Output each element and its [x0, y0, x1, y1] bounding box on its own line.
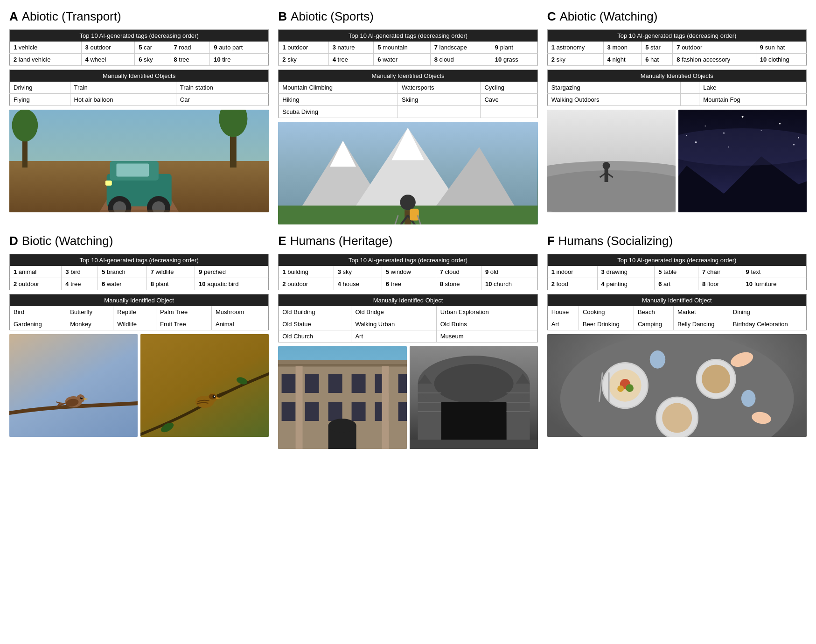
tag-number: 1	[282, 268, 286, 275]
tag-number: 2	[551, 56, 555, 63]
tag-number: 8	[677, 56, 680, 63]
tag-text: aquatic bird	[207, 280, 238, 287]
object-cell: Butterfly	[66, 306, 113, 318]
object-cell: Cycling	[481, 82, 537, 94]
tag-cell: 5 star	[642, 42, 673, 54]
svg-rect-89	[278, 364, 406, 366]
object-cell	[680, 94, 699, 106]
tag-text: car	[144, 44, 152, 51]
tag-cell: 7 landscape	[430, 42, 491, 54]
svg-point-58	[80, 397, 83, 399]
tag-number: 4	[338, 280, 341, 287]
tags-table: Top 10 AI-generated tags (decreasing ord…	[278, 254, 537, 290]
objects-header: Manually Identified Objects	[279, 70, 537, 82]
tag-text: tree	[70, 280, 81, 287]
tag-text: plant	[500, 44, 513, 51]
tag-text: window	[391, 268, 411, 275]
tag-cell: 5 table	[655, 266, 698, 278]
tag-cell: 4 tree	[328, 54, 374, 66]
tag-number: 6	[658, 280, 662, 287]
object-cell: Wildlife	[113, 318, 156, 330]
tag-cell: 8 plant	[146, 278, 195, 290]
tag-cell: 6 hat	[642, 54, 673, 66]
tag-number: 1	[551, 44, 555, 51]
tags-table: Top 10 AI-generated tags (decreasing ord…	[9, 29, 269, 66]
tag-cell: 4 night	[603, 54, 642, 66]
object-cell: Hiking	[279, 94, 398, 106]
tag-number: 10	[214, 56, 220, 63]
svg-point-40	[741, 116, 743, 118]
object-cell: Lake	[699, 82, 807, 94]
objects-table: Manually Identified ObjectHouseCookingBe…	[547, 294, 807, 330]
tag-text: chair	[707, 268, 720, 275]
tag-text: branch	[107, 268, 126, 275]
tag-cell: 10 furniture	[742, 278, 806, 290]
tag-text: water	[383, 56, 398, 63]
panel-c: C Abiotic (Watching)Top 10 AI-generated …	[547, 9, 807, 224]
object-cell	[481, 106, 537, 118]
tag-cell: 1 vehicle	[10, 42, 82, 54]
object-cell: Train station	[176, 82, 269, 94]
tag-number: 8	[151, 280, 154, 287]
object-cell: Old Building	[279, 306, 351, 318]
svg-point-59	[82, 397, 83, 398]
panel-title: F Humans (Socializing)	[547, 234, 807, 248]
object-cell: Watersports	[398, 82, 481, 94]
tag-text: nature	[338, 44, 355, 51]
tag-cell: 3 outdoor	[81, 42, 135, 54]
tag-cell: 8 floor	[698, 278, 742, 290]
tag-number: 4	[65, 280, 69, 287]
tag-number: 1	[14, 268, 17, 275]
tag-cell: 4 painting	[597, 278, 655, 290]
svg-point-86	[328, 419, 356, 433]
tag-number: 7	[677, 44, 680, 51]
svg-rect-75	[352, 374, 366, 393]
tag-text: sky	[144, 56, 153, 63]
tag-text: food	[557, 280, 568, 287]
object-cell: Old Bridge	[351, 306, 436, 318]
objects-table: Manually Identified ObjectsDrivingTrainT…	[9, 70, 269, 106]
tag-text: bird	[70, 268, 81, 275]
panel-title-text: Abiotic (Watching)	[559, 9, 657, 24]
tag-cell: 7 road	[170, 42, 210, 54]
panel-d: D Biotic (Watching)Top 10 AI-generated t…	[9, 234, 269, 449]
object-cell: Museum	[436, 330, 537, 343]
tag-number: 4	[601, 280, 605, 287]
tag-cell: 9 auto part	[210, 42, 269, 54]
tag-text: tree	[338, 56, 348, 63]
panel-b: B Abiotic (Sports)Top 10 AI-generated ta…	[278, 9, 537, 224]
tag-cell: 6 water	[374, 54, 430, 66]
tag-number: 3	[85, 44, 89, 51]
object-cell: Skiing	[398, 94, 481, 106]
tag-text: old	[490, 268, 498, 275]
panel-title-text: Humans (Socializing)	[558, 234, 673, 248]
tag-text: moon	[612, 44, 628, 51]
tag-number: 5	[645, 44, 649, 51]
tag-text: clothing	[768, 56, 789, 63]
tag-text: outdoor	[287, 280, 308, 287]
images-row	[9, 334, 269, 437]
image-placeholder-1	[278, 346, 406, 449]
tag-cell: 1 indoor	[547, 266, 597, 278]
tag-cell: 10 tire	[210, 54, 269, 66]
tag-cell: 9 text	[742, 266, 806, 278]
tag-text: tree	[391, 280, 401, 287]
object-cell: Train	[70, 82, 176, 94]
object-cell: Walking Urban	[351, 318, 436, 330]
tag-text: fashion accessory	[682, 56, 730, 63]
object-cell: Urban Exploration	[436, 306, 537, 318]
object-cell: Mountain Climbing	[279, 82, 398, 94]
images-row	[547, 334, 807, 437]
svg-rect-87	[296, 365, 303, 449]
objects-header: Manually Identified Objects	[547, 70, 806, 82]
svg-rect-80	[328, 402, 342, 421]
tags-table: Top 10 AI-generated tags (decreasing ord…	[278, 29, 537, 66]
object-cell: Art	[547, 318, 579, 330]
object-cell: Birthday Celebration	[729, 318, 806, 330]
object-cell: Fruit Tree	[156, 318, 212, 330]
tag-cell: 8 cloud	[430, 54, 491, 66]
tag-cell: 7 wildlife	[146, 266, 195, 278]
object-cell: Market	[673, 306, 729, 318]
tag-text: art	[663, 280, 670, 287]
tag-text: cloud	[445, 268, 460, 275]
